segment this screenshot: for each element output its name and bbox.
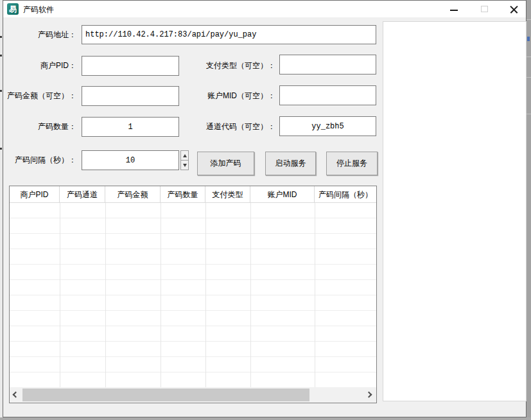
stop-service-button[interactable]: 停止服务 [326,152,378,175]
background-window-right-sliver [527,0,531,420]
background-text-mark [0,90,2,92]
merchant-pid-label: 商户PID： [3,56,76,76]
merchant-pid-input[interactable] [82,56,179,76]
pay-type-label: 支付类型（可空）： [183,56,275,76]
spin-up-button[interactable] [180,150,189,161]
col-header-account-mid[interactable]: 账户MID [250,186,315,203]
app-window: 易 产码软件 产码地址： 商户PID： 支付类型（可空）： 产码金额（可空）： … [3,0,527,417]
interval-input[interactable] [82,150,179,170]
pay-type-input[interactable] [279,55,376,74]
channel-code-input[interactable] [279,116,376,136]
window-title: 产码软件 [23,4,54,15]
address-label: 产码地址： [3,25,76,44]
scroll-left-button[interactable] [10,387,21,403]
triangle-up-icon [183,154,187,157]
table-header: 商户PID 产码通道 产码金额 产码数量 支付类型 账户MID 产码间隔（秒） [10,186,376,203]
background-selection-mark [527,37,530,41]
account-mid-label: 账户MID（可空）： [183,86,275,106]
chevron-left-icon [13,392,19,398]
background-text-mark [0,148,2,150]
account-mid-input[interactable] [279,85,376,105]
log-panel [383,21,527,401]
scroll-right-button[interactable] [365,387,376,403]
close-button[interactable] [502,2,525,16]
titlebar[interactable]: 易 产码软件 [3,1,526,17]
background-text-mark [0,36,2,38]
app-icon: 易 [7,3,19,15]
background-bottom-sliver [0,417,531,420]
col-header-merchant-pid[interactable]: 商户PID [10,186,60,203]
add-code-button[interactable]: 添加产码 [197,152,254,175]
maximize-button [473,2,496,16]
chevron-right-icon [366,392,372,398]
col-header-quantity[interactable]: 产码数量 [161,186,205,203]
start-service-button[interactable]: 启动服务 [265,152,316,175]
channel-code-label: 通道代码（可空）： [183,117,275,137]
quantity-input[interactable] [82,117,179,137]
minimize-button[interactable] [442,2,466,16]
table-body[interactable] [10,203,376,387]
col-header-amount[interactable]: 产码金额 [105,186,161,203]
interval-label: 产码间隔（秒）： [3,150,76,170]
amount-input[interactable] [82,86,179,106]
col-header-interval[interactable]: 产码间隔（秒） [315,186,376,203]
col-header-pay-type[interactable]: 支付类型 [205,186,250,203]
quantity-label: 产码数量： [3,117,76,137]
spin-down-button[interactable] [180,160,189,170]
codes-table: 商户PID 产码通道 产码金额 产码数量 支付类型 账户MID 产码间隔（秒） [9,186,377,403]
maximize-icon [481,6,488,12]
amount-label: 产码金额（可空）： [3,86,76,106]
triangle-down-icon [183,164,187,167]
scrollbar-thumb[interactable] [22,389,309,401]
address-input[interactable] [82,25,376,44]
minimize-icon [450,10,458,11]
col-header-channel[interactable]: 产码通道 [60,186,105,203]
background-text-mark [0,55,2,57]
horizontal-scrollbar[interactable] [10,387,376,403]
